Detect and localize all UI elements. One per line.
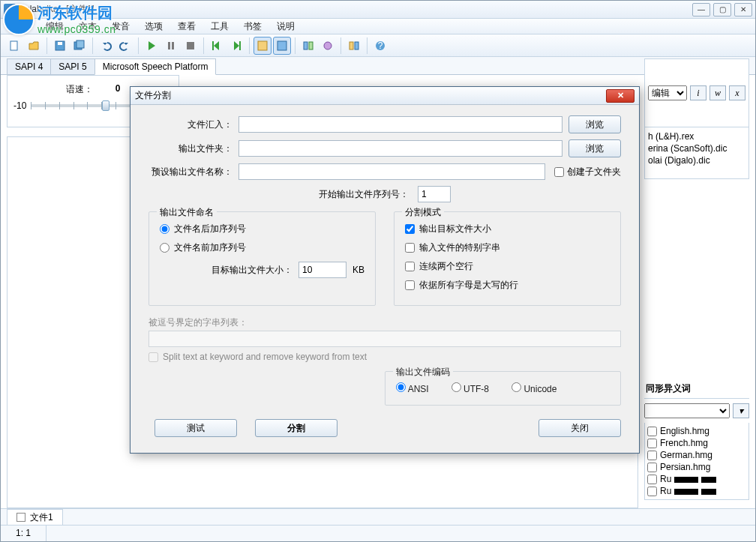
info-w-button[interactable]: w <box>710 85 726 100</box>
enc-ansi-radio[interactable]: ANSI <box>396 382 429 394</box>
file-split-dialog: 文件分割 ✕ 文件汇入： 浏览 输出文件夹： 浏览 预设输出文件名称： 创建子文… <box>130 86 640 454</box>
tb-new-icon[interactable] <box>5 37 23 55</box>
preset-name-input[interactable] <box>238 163 545 180</box>
mode-caps-checkbox[interactable]: 依据所有字母是大写的行 <box>405 279 610 292</box>
dic-item[interactable]: erina (ScanSoft).dic <box>648 142 746 154</box>
tb-undo-icon[interactable] <box>97 37 115 55</box>
svg-rect-0 <box>10 41 17 50</box>
mode-group: 分割模式 输出目标文件大小 输入文件的特别字串 连续两个空行 依据所有字母是大写… <box>394 211 621 306</box>
watermark-name: 河东软件园 <box>38 3 116 23</box>
tb-play-icon[interactable] <box>142 37 160 55</box>
speed-value: 0 <box>116 83 121 96</box>
tb-stop-icon[interactable] <box>182 37 200 55</box>
split-keyword-checkbox <box>148 352 158 362</box>
tb-saveall-icon[interactable] <box>70 37 88 55</box>
mode-blank-checkbox[interactable]: 连续两个空行 <box>405 260 610 273</box>
document-tab[interactable]: 文件1 <box>7 509 63 526</box>
homograph-select[interactable] <box>644 403 730 418</box>
tb-next-icon[interactable] <box>227 37 245 55</box>
edit-select[interactable]: 编辑 <box>648 85 687 100</box>
svg-rect-5 <box>168 42 170 49</box>
file-in-input[interactable] <box>238 116 562 133</box>
speed-label: 语速： <box>66 83 93 96</box>
mode-special-checkbox[interactable]: 输入文件的特别字串 <box>405 241 610 254</box>
encoding-group: 输出文件编码 ANSI UTF-8 Unicode <box>385 371 621 406</box>
encoding-group-title: 输出文件编码 <box>393 366 453 379</box>
hmg-item[interactable]: English.hmg <box>647 425 746 437</box>
tb-redo-icon[interactable] <box>116 37 134 55</box>
menu-tools[interactable]: 工具 <box>203 19 236 34</box>
label-split-keyword: Split text at keyword and remove keyword… <box>163 352 367 362</box>
slider-thumb-icon[interactable] <box>102 100 110 111</box>
naming-after-radio[interactable]: 文件名后加序列号 <box>160 223 364 235</box>
hmg-item[interactable]: Persian.hmg <box>647 461 746 473</box>
svg-rect-11 <box>278 41 286 50</box>
out-folder-input[interactable] <box>238 140 562 157</box>
tb-help-icon[interactable]: ? <box>371 37 389 55</box>
tb-tool3-icon[interactable] <box>345 37 363 55</box>
document-tab-label: 文件1 <box>30 511 53 524</box>
tb-prev-icon[interactable] <box>208 37 226 55</box>
dic-item[interactable]: h (L&H).rex <box>648 130 746 142</box>
svg-rect-6 <box>172 42 174 49</box>
statusbar: 1: 1 <box>1 525 755 541</box>
svg-text:?: ? <box>378 40 383 51</box>
info-x-button[interactable]: x <box>729 85 746 100</box>
menu-view[interactable]: 查看 <box>170 19 203 34</box>
svg-rect-8 <box>212 41 214 50</box>
browse-folder-button[interactable]: 浏览 <box>568 139 621 157</box>
hmg-item[interactable]: Ru <box>647 473 746 485</box>
toolbar: ? <box>1 34 755 57</box>
close-button[interactable]: 关闭 <box>538 419 621 437</box>
speed-min-label: -10 <box>14 100 26 111</box>
label-target-size: 目标输出文件大小： <box>212 264 292 277</box>
tb-save-icon[interactable] <box>51 37 69 55</box>
hmg-item[interactable]: French.hmg <box>647 437 746 449</box>
tab-sapi4[interactable]: SAPI 4 <box>7 58 51 74</box>
hmg-item[interactable]: German.hmg <box>647 449 746 461</box>
menu-bookmarks[interactable]: 书签 <box>236 19 269 34</box>
label-kb: KB <box>352 265 364 275</box>
close-window-button[interactable]: ✕ <box>734 3 752 16</box>
enc-utf8-radio[interactable]: UTF-8 <box>452 382 489 394</box>
svg-point-14 <box>324 42 332 49</box>
svg-rect-12 <box>304 42 308 49</box>
tb-pause-icon[interactable] <box>162 37 180 55</box>
tb-tool2-icon[interactable] <box>319 37 337 55</box>
tab-ms-speech[interactable]: Microsoft Speech Platform <box>94 58 217 75</box>
tb-tool1-icon[interactable] <box>299 37 317 55</box>
dialog-close-button[interactable]: ✕ <box>606 89 634 103</box>
label-preset-name: 预设输出文件名称： <box>148 166 238 178</box>
maximize-button[interactable]: ▢ <box>713 3 731 16</box>
menu-help[interactable]: 说明 <box>269 19 302 34</box>
hmg-item[interactable]: Ru <box>647 485 746 497</box>
browse-file-button[interactable]: 浏览 <box>568 115 621 133</box>
svg-rect-9 <box>239 41 241 50</box>
start-seq-input[interactable] <box>418 186 451 202</box>
file-icon <box>16 513 26 522</box>
minimize-button[interactable]: — <box>692 3 710 16</box>
svg-rect-13 <box>309 42 313 49</box>
tab-sapi5[interactable]: SAPI 5 <box>50 58 94 74</box>
tb-open-icon[interactable] <box>25 37 43 55</box>
dialog-title: 文件分割 <box>135 89 171 102</box>
enc-unicode-radio[interactable]: Unicode <box>512 382 556 394</box>
split-button[interactable]: 分割 <box>255 419 338 437</box>
svg-rect-15 <box>350 42 353 49</box>
mode-size-checkbox[interactable]: 输出目标文件大小 <box>405 223 610 235</box>
tb-panel2-icon[interactable] <box>273 37 291 55</box>
homograph-action-button[interactable]: ▾ <box>733 403 749 418</box>
watermark-logo-icon <box>3 4 34 35</box>
homograph-title: 同形异义词 <box>644 379 749 399</box>
label-start-seq: 开始输出文件序列号： <box>319 188 409 201</box>
watermark: 河东软件园 www.pc0359.cn <box>3 3 116 35</box>
naming-before-radio[interactable]: 文件名前加序列号 <box>160 241 364 254</box>
target-size-input[interactable] <box>298 262 346 278</box>
dic-item[interactable]: olai (Digalo).dic <box>648 154 746 166</box>
label-string-list: 被逗号界定的字串列表： <box>148 317 248 328</box>
tb-panel1-icon[interactable] <box>254 37 272 55</box>
menu-options[interactable]: 选项 <box>137 19 170 34</box>
info-i-button[interactable]: i <box>690 85 706 100</box>
create-subfolder-checkbox[interactable]: 创建子文件夹 <box>554 166 621 178</box>
test-button[interactable]: 测试 <box>154 419 237 437</box>
